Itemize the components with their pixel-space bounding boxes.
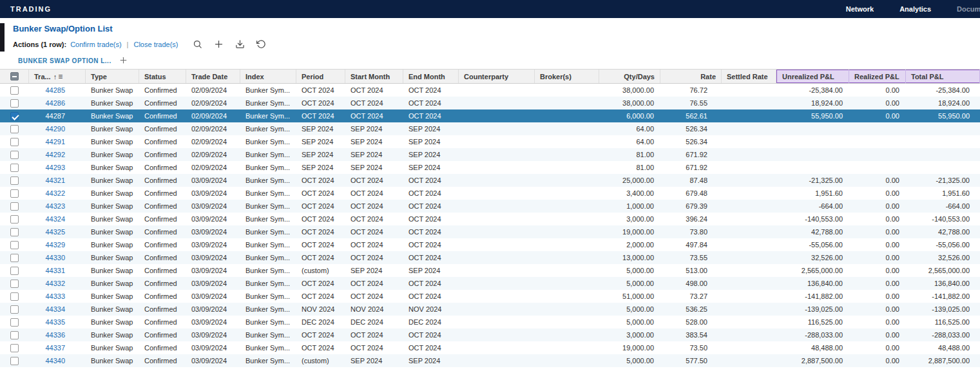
col-header-status[interactable]: Status (139, 70, 186, 83)
table-row[interactable]: 44293 Bunker Swap Confirmed 02/09/2024 B… (0, 161, 980, 174)
col-header-realized-pl[interactable]: Realized P&L (849, 70, 906, 83)
row-checkbox[interactable] (10, 292, 19, 301)
row-checkbox[interactable] (10, 215, 19, 224)
col-header-total-pl[interactable]: Total P&L (906, 70, 980, 83)
row-checkbox[interactable] (10, 331, 19, 339)
tab-bunker-swap-option-list[interactable]: BUNKER SWAP OPTION L... (18, 57, 111, 64)
cell-trade-id[interactable]: 44335 (29, 316, 86, 328)
add-tab-icon[interactable] (119, 56, 128, 66)
row-checkbox[interactable] (10, 189, 19, 198)
row-checkbox[interactable] (10, 241, 19, 249)
col-header-period[interactable]: Period (296, 70, 345, 83)
row-checkbox[interactable] (10, 99, 19, 108)
cell-trade-id[interactable]: 44334 (29, 303, 86, 316)
table-row[interactable]: 44321 Bunker Swap Confirmed 03/09/2024 B… (0, 174, 980, 187)
col-header-settled-rate[interactable]: Settled Rate (722, 70, 776, 83)
search-icon[interactable] (193, 39, 203, 50)
table-row[interactable]: 44291 Bunker Swap Confirmed 02/09/2024 B… (0, 135, 980, 148)
table-row[interactable]: 44331 Bunker Swap Confirmed 03/09/2024 B… (0, 264, 980, 277)
close-trades-link[interactable]: Close trade(s) (133, 41, 178, 48)
column-menu-icon[interactable]: ≡ (58, 72, 62, 81)
col-header-trade-id[interactable]: Tra... ↑ ≡ (29, 70, 86, 83)
col-header-unrealized-pl[interactable]: Unrealized P&L (776, 70, 849, 83)
table-row[interactable]: 44336 Bunker Swap Confirmed 03/09/2024 B… (0, 328, 980, 341)
cell-trade-id[interactable]: 44332 (29, 277, 86, 290)
cell-trade-id[interactable]: 44333 (29, 290, 86, 303)
table-row[interactable]: 44324 Bunker Swap Confirmed 03/09/2024 B… (0, 213, 980, 225)
nav-network[interactable]: Network (846, 5, 874, 13)
table-row[interactable]: 44330 Bunker Swap Confirmed 03/09/2024 B… (0, 251, 980, 264)
cell-trade-id[interactable]: 44337 (29, 341, 86, 354)
row-checkbox[interactable] (10, 164, 19, 172)
table-row[interactable]: 44335 Bunker Swap Confirmed 03/09/2024 B… (0, 316, 980, 328)
cell-status: Confirmed (139, 303, 186, 316)
cell-trade-id[interactable]: 44322 (29, 187, 86, 200)
nav-analytics[interactable]: Analytics (899, 5, 931, 13)
row-checkbox[interactable] (10, 112, 19, 120)
cell-trade-id[interactable]: 44331 (29, 264, 86, 277)
table-row[interactable]: 44329 Bunker Swap Confirmed 03/09/2024 B… (0, 238, 980, 251)
row-checkbox[interactable] (10, 357, 19, 365)
cell-trade-id[interactable]: 44285 (29, 84, 86, 97)
col-header-counterparty[interactable]: Counterparty (459, 70, 535, 83)
table-row[interactable]: 44292 Bunker Swap Confirmed 02/09/2024 B… (0, 148, 980, 161)
left-panel-handle[interactable] (0, 23, 5, 52)
table-row[interactable]: 44340 Bunker Swap Confirmed 03/09/2024 B… (0, 354, 980, 367)
cell-trade-id[interactable]: 44292 (29, 148, 86, 161)
cell-trade-id[interactable]: 44286 (29, 97, 86, 109)
col-header-brokers[interactable]: Broker(s) (535, 70, 599, 83)
table-row[interactable]: 44287 Bunker Swap Confirmed 02/09/2024 B… (0, 109, 980, 122)
cell-trade-id[interactable]: 44287 (29, 109, 86, 122)
cell-trade-id[interactable]: 44325 (29, 225, 86, 238)
cell-trade-id[interactable]: 44323 (29, 200, 86, 213)
cell-trade-id[interactable]: 44290 (29, 122, 86, 135)
row-checkbox[interactable] (10, 305, 19, 314)
table-row[interactable]: 44285 Bunker Swap Confirmed 02/09/2024 B… (0, 84, 980, 97)
cell-status: Confirmed (139, 277, 186, 290)
row-checkbox[interactable] (10, 138, 19, 146)
cell-index: Bunker Sym... (240, 161, 296, 174)
row-checkbox[interactable] (10, 176, 19, 185)
table-row[interactable]: 44337 Bunker Swap Confirmed 03/09/2024 B… (0, 341, 980, 354)
col-header-start-month[interactable]: Start Month (345, 70, 403, 83)
table-row[interactable]: 44325 Bunker Swap Confirmed 03/09/2024 B… (0, 225, 980, 238)
col-header-type[interactable]: Type (86, 70, 139, 83)
row-checkbox[interactable] (10, 254, 19, 262)
cell-trade-id[interactable]: 44340 (29, 354, 86, 367)
row-checkbox[interactable] (10, 125, 19, 133)
col-header-rate[interactable]: Rate (660, 70, 722, 83)
confirm-trades-link[interactable]: Confirm trade(s) (70, 41, 121, 48)
row-checkbox[interactable] (10, 86, 19, 95)
nav-documents[interactable]: Documents (957, 5, 980, 13)
download-icon[interactable] (235, 39, 245, 50)
cell-trade-id[interactable]: 44324 (29, 213, 86, 225)
table-row[interactable]: 44290 Bunker Swap Confirmed 02/09/2024 B… (0, 122, 980, 135)
add-icon[interactable] (214, 39, 224, 50)
table-row[interactable]: 44333 Bunker Swap Confirmed 03/09/2024 B… (0, 290, 980, 303)
row-checkbox[interactable] (10, 151, 19, 159)
table-row[interactable]: 44322 Bunker Swap Confirmed 03/09/2024 B… (0, 187, 980, 200)
undo-icon[interactable] (256, 39, 267, 50)
row-checkbox[interactable] (10, 344, 19, 352)
col-header-trade-date[interactable]: Trade Date (186, 70, 240, 83)
table-row[interactable]: 44323 Bunker Swap Confirmed 03/09/2024 B… (0, 200, 980, 213)
cell-trade-id[interactable]: 44321 (29, 174, 86, 187)
table-row[interactable]: 44334 Bunker Swap Confirmed 03/09/2024 B… (0, 303, 980, 316)
table-row[interactable]: 44286 Bunker Swap Confirmed 02/09/2024 B… (0, 97, 980, 109)
col-header-end-month[interactable]: End Month (403, 70, 459, 83)
cell-trade-id[interactable]: 44293 (29, 161, 86, 174)
select-all-checkbox[interactable] (10, 72, 19, 81)
col-header-index[interactable]: Index (240, 70, 296, 83)
cell-trade-id[interactable]: 44329 (29, 238, 86, 251)
row-checkbox[interactable] (10, 228, 19, 236)
table-row[interactable]: 44332 Bunker Swap Confirmed 03/09/2024 B… (0, 277, 980, 290)
cell-trade-id[interactable]: 44330 (29, 251, 86, 264)
cell-trade-id[interactable]: 44336 (29, 328, 86, 341)
row-checkbox[interactable] (10, 202, 19, 211)
cell-counterparty (459, 303, 535, 316)
col-header-qty-days[interactable]: Qty/Days (599, 70, 660, 83)
row-checkbox[interactable] (10, 318, 19, 327)
row-checkbox[interactable] (10, 280, 19, 288)
row-checkbox[interactable] (10, 267, 19, 275)
cell-trade-id[interactable]: 44291 (29, 135, 86, 148)
